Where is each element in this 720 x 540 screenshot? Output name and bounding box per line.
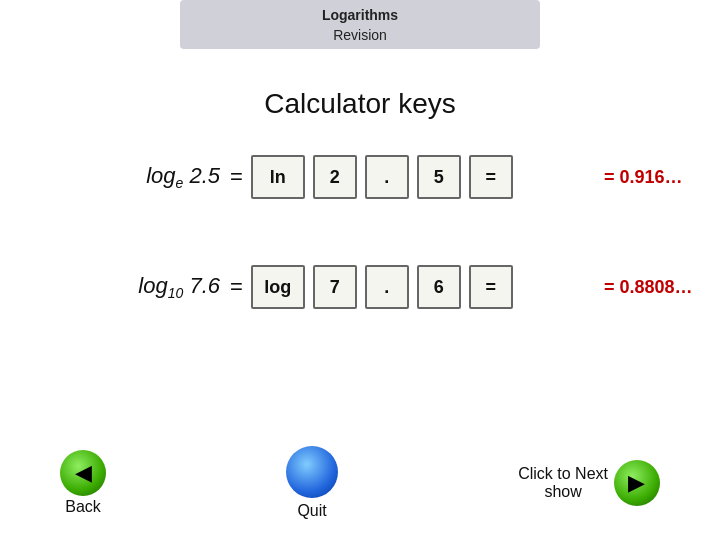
quit-button[interactable]: Quit bbox=[286, 446, 338, 520]
header-title-top: Logarithms bbox=[180, 6, 540, 26]
back-label: Back bbox=[65, 498, 101, 516]
key-2[interactable]: 2 bbox=[313, 155, 357, 199]
key-ln[interactable]: ln bbox=[251, 155, 305, 199]
next-area[interactable]: Click to Next show ▶ bbox=[518, 460, 660, 506]
row2-math-expr: log10 7.6 bbox=[30, 273, 230, 301]
row1-result: = 0.916… bbox=[590, 167, 710, 188]
back-circle-btn[interactable]: ◀ bbox=[60, 450, 106, 496]
key-dot2[interactable]: . bbox=[365, 265, 409, 309]
click-to-show-label: Click to Next bbox=[518, 465, 608, 483]
row1: loge 2.5 = ln 2 . 5 = = 0.916… bbox=[30, 155, 710, 199]
show-label: show bbox=[518, 483, 608, 501]
key-6[interactable]: 6 bbox=[417, 265, 461, 309]
quit-label: Quit bbox=[297, 502, 326, 520]
row1-math-expr: loge 2.5 bbox=[30, 163, 230, 191]
header-title-bottom: Revision bbox=[180, 26, 540, 46]
row1-keys: ln 2 . 5 = bbox=[251, 155, 590, 199]
next-circle-btn[interactable]: ▶ bbox=[614, 460, 660, 506]
header-bar: Logarithms Revision bbox=[180, 0, 540, 49]
key-eq2[interactable]: = bbox=[469, 265, 513, 309]
row2: log10 7.6 = log 7 . 6 = = 0.8808… bbox=[30, 265, 710, 309]
row2-result: = 0.8808… bbox=[590, 277, 710, 298]
nav-area: ◀ Back Quit Click to Next show ▶ bbox=[0, 446, 720, 520]
key-5[interactable]: 5 bbox=[417, 155, 461, 199]
key-log[interactable]: log bbox=[251, 265, 305, 309]
back-button[interactable]: ◀ Back bbox=[60, 450, 106, 516]
key-7[interactable]: 7 bbox=[313, 265, 357, 309]
section-title: Calculator keys bbox=[0, 88, 720, 120]
row2-equals: = bbox=[230, 274, 243, 300]
row1-equals: = bbox=[230, 164, 243, 190]
row2-keys: log 7 . 6 = bbox=[251, 265, 590, 309]
key-eq1[interactable]: = bbox=[469, 155, 513, 199]
quit-circle-btn[interactable] bbox=[286, 446, 338, 498]
key-dot1[interactable]: . bbox=[365, 155, 409, 199]
